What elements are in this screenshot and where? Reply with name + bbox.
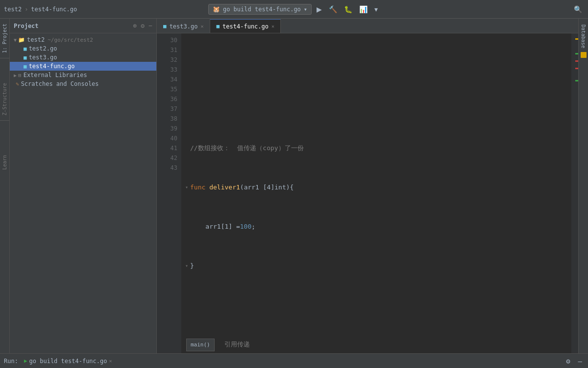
tab-test3go[interactable]: ■ test3.go ✕ <box>157 19 210 33</box>
run-button[interactable]: ▶ <box>315 4 324 14</box>
editor-tab-bar: ■ test3.go ✕ ■ test4-func.go ✕ <box>157 19 578 33</box>
root-folder-label: test2 <box>27 36 45 43</box>
breadcrumb-file[interactable]: test4-func.go <box>31 6 77 13</box>
ln-35: 35 <box>157 84 177 94</box>
code-line-37: //切片： 引用传递 <box>185 340 567 349</box>
code-editor: 30 31 32 33 34 35 36 37 38 39 40 41 42 4… <box>157 33 578 353</box>
tab-test4funcgo[interactable]: ■ test4-func.go ✕ <box>210 19 281 33</box>
folder-icon: 📁 <box>18 37 25 43</box>
ln-42: 42 <box>157 153 177 163</box>
go-icon: 🐹 <box>213 6 220 13</box>
tree-item-test4funcgo[interactable]: ■ test4-func.go <box>10 62 156 71</box>
project-panel-label[interactable]: 1: Project <box>1 21 8 56</box>
code-content[interactable]: //数组接收： 值传递（copy）了一份 ▾ func deliver1 ( a… <box>181 33 571 353</box>
file-test3go-label: test3.go <box>29 54 57 61</box>
file-test4funcgo-label: test4-func.go <box>29 63 75 70</box>
scroll-mark-red-2 <box>575 68 578 69</box>
file-test2go-label: test2.go <box>29 45 57 52</box>
ln-31: 31 <box>157 45 177 55</box>
indent-34 <box>190 222 205 232</box>
fold-icon-32[interactable] <box>185 143 188 153</box>
coverage-button[interactable]: 📊 <box>357 4 369 14</box>
scroll-mark-green-2 <box>575 80 578 81</box>
ln-36: 36 <box>157 94 177 104</box>
run-tab-label: go build test4-func.go <box>29 358 107 365</box>
scroll-mark-green <box>575 53 578 54</box>
database-indicator <box>581 52 587 58</box>
collapse-run-icon[interactable]: — <box>576 356 584 366</box>
project-panel-header: Project ⊕ ⚙ − <box>10 19 156 33</box>
num-100-34: 100 <box>240 222 251 232</box>
ln-43: 43 <box>157 163 177 173</box>
build-button[interactable]: 🔨 <box>327 4 339 14</box>
title-bar-left: test2 › test4-func.go <box>4 6 208 13</box>
breadcrumb-project[interactable]: test2 <box>4 6 22 13</box>
tab-file-icon-1: ■ <box>163 23 167 29</box>
idx-34: [1] = <box>221 222 240 232</box>
tree-root-item[interactable]: ▼ 📁 test2 ~/go/src/test2 <box>10 35 156 44</box>
build-config-label: go build test4-func.go <box>223 6 301 13</box>
ln-32: 32 <box>157 55 177 65</box>
comment-32: //数组接收： 值传递（copy）了一份 <box>190 143 304 153</box>
tab-close-test4funcgo[interactable]: ✕ <box>271 24 274 29</box>
main-layout: 1: Project Z-Structure Learn Project ⊕ ⚙… <box>0 19 588 353</box>
var-arr1-34: arr1 <box>205 222 220 232</box>
type-int-33: int <box>274 183 286 192</box>
collapse-icon[interactable]: − <box>148 22 152 29</box>
settings-icon[interactable]: ⚙ <box>141 22 145 29</box>
scroll-mark-red-1 <box>575 60 578 62</box>
database-panel-label[interactable]: Database <box>580 23 587 50</box>
fn-deliver1: deliver1 <box>209 183 240 192</box>
right-database-strip: Database <box>578 19 588 353</box>
external-libraries-label: External Libraries <box>24 72 87 79</box>
tooltip-main: main() <box>186 339 215 351</box>
go-file-icon-3: ■ <box>24 63 27 70</box>
scratches-label: Scratches and Consoles <box>21 80 99 87</box>
settings-icon-run[interactable]: ⚙ <box>564 356 572 366</box>
project-panel-title: Project <box>14 23 129 29</box>
ln-37: 37 <box>157 104 177 114</box>
tree-item-test2go[interactable]: ■ test2.go <box>10 44 156 53</box>
scrollbar-gutter[interactable] <box>571 33 578 353</box>
tree-arrow-external-icon: ▶ <box>14 73 17 78</box>
tree-arrow-icon: ▼ <box>14 37 17 43</box>
build-config-area: 🐹 go build test4-func.go ▾ ▶ 🔨 🐛 📊 ▾ <box>208 4 380 15</box>
ln-40: 40 <box>157 133 177 143</box>
plain-bracket: [4] <box>263 183 274 192</box>
fold-icon-35[interactable]: ▾ <box>185 261 188 271</box>
project-panel: Project ⊕ ⚙ − ▼ 📁 test2 ~/go/src/test2 ■… <box>10 19 157 353</box>
build-config-dropdown[interactable]: 🐹 go build test4-func.go ▾ <box>208 4 312 15</box>
ln-38: 38 <box>157 114 177 124</box>
run-tab[interactable]: ▶ go build test4-func.go ✕ <box>24 358 112 365</box>
line-numbers: 30 31 32 33 34 35 36 37 38 39 40 41 42 4… <box>157 33 181 353</box>
go-file-icon: ■ <box>24 46 27 52</box>
debug-button[interactable]: 🐛 <box>342 4 354 14</box>
add-content-icon[interactable]: ⊕ <box>133 22 137 29</box>
ln-33: 33 <box>157 65 177 75</box>
run-panel-actions: ⚙ — <box>564 356 584 366</box>
fold-icon-33[interactable]: ▾ <box>185 183 188 192</box>
ln-41: 41 <box>157 143 177 153</box>
tree-item-scratches[interactable]: ✎ Scratches and Consoles <box>10 79 156 88</box>
var-arr1: arr1 <box>244 183 263 192</box>
code-line-32: //数组接收： 值传递（copy）了一份 <box>185 143 567 153</box>
tree-item-external[interactable]: ▶ ⊞ External Libraries <box>10 71 156 79</box>
kw-func-33: func <box>190 183 209 192</box>
ln-34: 34 <box>157 75 177 84</box>
structure-panel-label[interactable]: Z-Structure <box>1 80 8 118</box>
more-button[interactable]: ▾ <box>372 4 380 14</box>
tree-item-test3go[interactable]: ■ test3.go <box>10 53 156 62</box>
code-line-30 <box>185 65 567 75</box>
learn-panel-label[interactable]: Learn <box>1 152 8 173</box>
plain-33: ( <box>240 183 244 192</box>
search-button[interactable]: 🔍 <box>572 4 584 14</box>
tab-file-icon-2: ■ <box>216 23 220 29</box>
code-line-35: ▾ } <box>185 261 567 271</box>
tab-test3go-label: test3.go <box>170 23 198 30</box>
tab-close-test3go[interactable]: ✕ <box>200 24 203 29</box>
root-path: ~/go/src/test2 <box>48 37 93 43</box>
project-tree: ▼ 📁 test2 ~/go/src/test2 ■ test2.go ■ te… <box>10 33 156 353</box>
run-tab-close[interactable]: ✕ <box>109 358 112 364</box>
scroll-mark-yellow <box>575 38 578 40</box>
run-tab-bar: Run: ▶ go build test4-func.go ✕ ⚙ — <box>0 354 588 368</box>
